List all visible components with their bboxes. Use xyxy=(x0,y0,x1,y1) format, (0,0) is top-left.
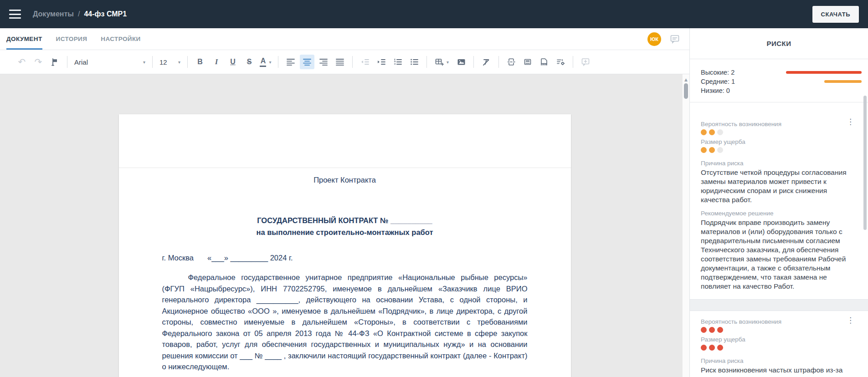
header-footer-button[interactable] xyxy=(520,55,535,69)
breadcrumb: Документы / 44-фз СМР1 xyxy=(33,10,127,18)
breadcrumb-documents-link[interactable]: Документы xyxy=(33,10,74,18)
menu-hamburger-icon[interactable] xyxy=(9,10,21,19)
risk-panel: РИСКИ Высокие: 2 Средние: 1 Низкие: 0 ⋮ … xyxy=(690,28,868,377)
risk-panel-header: РИСКИ xyxy=(690,28,868,59)
insert-image-button[interactable] xyxy=(454,55,468,69)
risk-dot-on xyxy=(717,327,723,333)
text-color-button[interactable]: A ▾ xyxy=(258,55,273,69)
risk-dot-on xyxy=(701,129,707,135)
risk-cause-text: Отсутствие четкой процедуры согласования… xyxy=(701,168,850,204)
cause-label: Причина риска xyxy=(701,357,850,364)
align-right-button[interactable] xyxy=(316,55,331,69)
contract-heading-line2[interactable]: на выполнение строительно-монтажных рабо… xyxy=(162,226,528,238)
high-risk-bar xyxy=(786,71,862,74)
damage-dots xyxy=(701,147,850,153)
font-family-select[interactable]: Arial ▾ xyxy=(72,55,148,69)
italic-button[interactable]: I xyxy=(209,55,224,69)
risk-dot-on xyxy=(709,129,715,135)
tab-bar: ДОКУМЕНТ ИСТОРИЯ НАСТРОЙКИ ЮК xyxy=(0,28,689,50)
risk-card: ⋮ Вероятность возникновения Размер ущерб… xyxy=(690,102,868,299)
medium-risk-bar xyxy=(824,80,862,83)
kebab-menu-icon[interactable]: ⋮ xyxy=(847,316,854,324)
breadcrumb-current-document: 44-фз СМР1 xyxy=(84,10,127,18)
probability-dots xyxy=(701,326,850,333)
contract-body-paragraph[interactable]: Федеральное государственное унитарное пр… xyxy=(162,272,528,372)
topbar: Документы / 44-фз СМР1 СКАЧАТЬ xyxy=(0,0,868,28)
risk-summary: Высокие: 2 Средние: 1 Низкие: 0 xyxy=(690,59,868,102)
align-justify-button[interactable] xyxy=(333,55,347,69)
cause-label: Причина риска xyxy=(701,160,850,167)
solution-label: Рекомендуемое решение xyxy=(701,210,850,217)
chevron-down-icon: ▾ xyxy=(269,60,271,65)
strikethrough-button[interactable]: S xyxy=(242,55,257,69)
contract-date[interactable]: «___» _________ 2024 г. xyxy=(207,254,293,262)
risk-dot-on xyxy=(709,345,715,351)
scroll-up-icon[interactable]: ▲ xyxy=(683,77,689,82)
chevron-down-icon: ▾ xyxy=(447,60,449,65)
list-settings-button[interactable] xyxy=(553,55,568,69)
risk-dot-on xyxy=(701,327,707,333)
risk-dot-on xyxy=(709,327,715,333)
risk-summary-medium-row: Средние: 1 xyxy=(701,77,862,86)
bold-button[interactable]: B xyxy=(193,55,207,69)
risk-dot-on xyxy=(701,147,707,153)
risk-panel-scrollbar-thumb[interactable] xyxy=(863,96,867,230)
font-family-value: Arial xyxy=(74,58,88,66)
risk-dot-on xyxy=(701,345,707,351)
risk-dot-on xyxy=(709,147,715,153)
download-button[interactable]: СКАЧАТЬ xyxy=(812,6,859,23)
damage-dots xyxy=(701,344,850,351)
editor-scrollbar-thumb[interactable] xyxy=(684,83,688,99)
page-break-button[interactable] xyxy=(504,55,519,69)
document-page[interactable]: Проект Контракта ГОСУДАРСТВЕННЫЙ КОНТРАК… xyxy=(119,114,571,377)
risk-card: ⋮ Вероятность возникновения Размер ущерб… xyxy=(690,311,868,377)
underline-button[interactable]: U xyxy=(226,55,240,69)
formatting-toolbar: ↶ ↷ Arial ▾ 12 ▾ B I U S A xyxy=(0,50,689,74)
risk-solution-text: Подрядчик вправе производить замену мате… xyxy=(701,218,850,291)
outdent-button[interactable] xyxy=(358,55,372,69)
document-canvas: Проект Контракта ГОСУДАРСТВЕННЫЙ КОНТРАК… xyxy=(0,74,689,377)
user-avatar[interactable]: ЮК xyxy=(647,32,661,46)
redo-button[interactable]: ↷ xyxy=(31,55,46,69)
editor-pane: ДОКУМЕНТ ИСТОРИЯ НАСТРОЙКИ ЮК ↶ ↷ xyxy=(0,28,690,377)
ordered-list-button[interactable] xyxy=(390,55,405,69)
add-comment-button[interactable] xyxy=(578,55,593,69)
contract-place[interactable]: г. Москва xyxy=(162,254,194,262)
kebab-menu-icon[interactable]: ⋮ xyxy=(847,118,854,126)
risk-summary-low-row: Низкие: 0 xyxy=(701,86,862,95)
bullet-list-button[interactable] xyxy=(407,55,421,69)
align-left-button[interactable] xyxy=(283,55,298,69)
insert-table-button[interactable]: ▾ xyxy=(432,55,452,69)
tab-history[interactable]: ИСТОРИЯ xyxy=(56,28,87,50)
risk-dot-off xyxy=(717,129,723,135)
align-center-button[interactable] xyxy=(300,55,314,69)
risk-dot-off xyxy=(717,147,723,153)
editor-scrollbar[interactable]: ▲ xyxy=(682,74,689,377)
format-painter-button[interactable] xyxy=(47,55,62,69)
risk-dot-on xyxy=(717,345,723,351)
chevron-down-icon: ▾ xyxy=(143,60,145,65)
damage-label: Размер ущерба xyxy=(701,138,850,145)
font-size-value: 12 xyxy=(159,58,167,66)
damage-label: Размер ущерба xyxy=(701,336,850,343)
card-separator xyxy=(690,299,868,311)
tab-settings[interactable]: НАСТРОЙКИ xyxy=(101,28,140,50)
probability-label: Вероятность возникновения xyxy=(701,121,850,127)
indent-button[interactable] xyxy=(374,55,389,69)
page-settings-button[interactable] xyxy=(537,55,551,69)
comments-panel-icon[interactable] xyxy=(669,34,680,45)
high-risk-count: Высокие: 2 xyxy=(701,69,734,76)
document-title[interactable]: Проект Контракта xyxy=(162,176,528,184)
text-color-swatch xyxy=(260,66,266,67)
risk-cause-text: Риск возникновения частых штрафов из-за xyxy=(701,366,850,375)
font-size-select[interactable]: 12 ▾ xyxy=(157,55,183,69)
document-page-header xyxy=(119,114,571,168)
undo-button[interactable]: ↶ xyxy=(15,55,29,69)
risk-summary-high-row: Высокие: 2 xyxy=(701,68,862,77)
tab-document[interactable]: ДОКУМЕНТ xyxy=(6,28,42,50)
breadcrumb-separator: / xyxy=(78,10,80,18)
probability-dots xyxy=(701,129,850,136)
contract-heading-line1[interactable]: ГОСУДАРСТВЕННЫЙ КОНТРАКТ № __________ xyxy=(162,214,528,226)
low-risk-count: Низкие: 0 xyxy=(701,87,730,94)
clear-formatting-button[interactable] xyxy=(479,55,493,69)
